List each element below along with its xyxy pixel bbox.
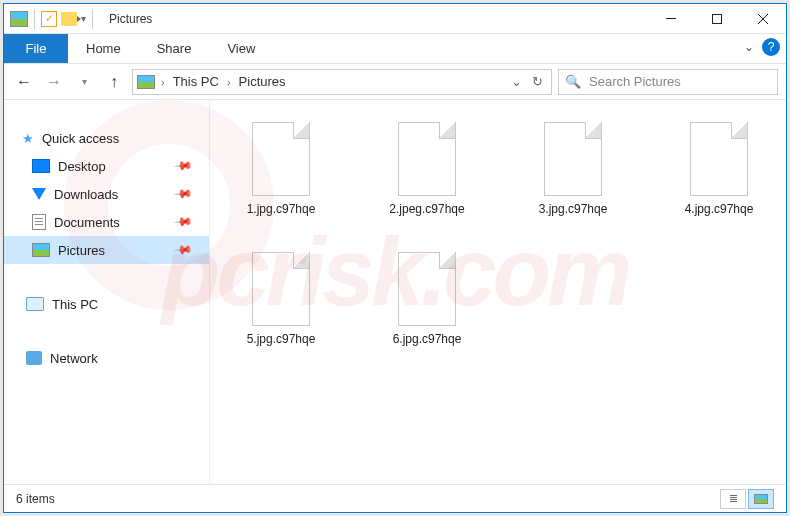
tab-share[interactable]: Share (139, 34, 210, 63)
file-name: 2.jpeg.c97hqe (389, 202, 464, 216)
navigation-pane: ★ Quick access Desktop 📌 Downloads 📌 Doc… (4, 100, 210, 484)
svg-rect-1 (713, 14, 722, 23)
close-button[interactable] (740, 4, 786, 34)
file-item[interactable]: 3.jpg.c97hqe (524, 122, 622, 216)
svg-rect-0 (666, 18, 676, 19)
file-tab[interactable]: File (4, 34, 68, 63)
downloads-icon (32, 188, 46, 200)
file-list[interactable]: 1.jpg.c97hqe 2.jpeg.c97hqe 3.jpg.c97hqe … (210, 100, 786, 484)
this-pc-icon (26, 297, 44, 311)
titlebar: ✓ ▾ Pictures (4, 4, 786, 34)
location-icon (137, 75, 155, 89)
file-icon (252, 252, 310, 326)
star-icon: ★ (22, 131, 34, 146)
file-icon (544, 122, 602, 196)
app-icon (10, 11, 28, 27)
file-icon (252, 122, 310, 196)
recent-locations-button[interactable]: ▾ (72, 70, 96, 94)
chevron-right-icon[interactable]: › (161, 76, 165, 88)
pin-icon: 📌 (173, 212, 193, 232)
qat-newfolder-icon[interactable] (61, 12, 77, 26)
address-dropdown-icon[interactable]: ⌄ (511, 74, 522, 89)
thumbnails-view-button[interactable] (748, 489, 774, 509)
network-icon (26, 351, 42, 365)
minimize-button[interactable] (648, 4, 694, 34)
address-row: ← → ▾ ↑ › This PC › Pictures ⌄ ↻ 🔍 Searc… (4, 64, 786, 100)
sidebar-item-label: Documents (54, 215, 120, 230)
sidebar-item-label: Downloads (54, 187, 118, 202)
expand-ribbon-icon[interactable]: ⌄ (744, 40, 754, 54)
item-count: 6 items (16, 492, 55, 506)
ribbon: File Home Share View ⌄ ? (4, 34, 786, 64)
desktop-icon (32, 159, 50, 173)
pin-icon: 📌 (173, 184, 193, 204)
chevron-right-icon[interactable]: › (227, 76, 231, 88)
quick-access-label: Quick access (42, 131, 119, 146)
sidebar-item-pictures[interactable]: Pictures 📌 (4, 236, 209, 264)
details-view-button[interactable]: ≣ (720, 489, 746, 509)
file-item[interactable]: 6.jpg.c97hqe (378, 252, 476, 346)
search-placeholder: Search Pictures (589, 74, 681, 89)
explorer-window: ✓ ▾ Pictures File Home Share View ⌄ ? ← … (3, 3, 787, 513)
sidebar-item-label: This PC (52, 297, 98, 312)
file-item[interactable]: 2.jpeg.c97hqe (378, 122, 476, 216)
file-icon (398, 122, 456, 196)
sidebar-item-this-pc[interactable]: This PC (4, 290, 209, 318)
file-icon (690, 122, 748, 196)
file-name: 4.jpg.c97hqe (685, 202, 754, 216)
qat-dropdown-icon[interactable]: ▾ (81, 13, 86, 24)
breadcrumb[interactable]: Pictures (237, 74, 288, 89)
sidebar-item-network[interactable]: Network (4, 344, 209, 372)
sidebar-item-desktop[interactable]: Desktop 📌 (4, 152, 209, 180)
up-button[interactable]: ↑ (102, 70, 126, 94)
sidebar-item-label: Pictures (58, 243, 105, 258)
search-icon: 🔍 (565, 74, 581, 89)
tab-view[interactable]: View (209, 34, 273, 63)
back-button[interactable]: ← (12, 70, 36, 94)
documents-icon (32, 214, 46, 230)
pictures-icon (32, 243, 50, 257)
file-item[interactable]: 4.jpg.c97hqe (670, 122, 768, 216)
sidebar-item-documents[interactable]: Documents 📌 (4, 208, 209, 236)
maximize-button[interactable] (694, 4, 740, 34)
file-name: 5.jpg.c97hqe (247, 332, 316, 346)
file-name: 3.jpg.c97hqe (539, 202, 608, 216)
status-bar: 6 items ≣ (4, 484, 786, 512)
sidebar-item-label: Desktop (58, 159, 106, 174)
sidebar-item-downloads[interactable]: Downloads 📌 (4, 180, 209, 208)
help-button[interactable]: ? (762, 38, 780, 56)
qat-properties-icon[interactable]: ✓ (41, 11, 57, 27)
window-title: Pictures (109, 12, 152, 26)
file-item[interactable]: 5.jpg.c97hqe (232, 252, 330, 346)
file-name: 1.jpg.c97hqe (247, 202, 316, 216)
forward-button[interactable]: → (42, 70, 66, 94)
file-item[interactable]: 1.jpg.c97hqe (232, 122, 330, 216)
sidebar-item-label: Network (50, 351, 98, 366)
tab-home[interactable]: Home (68, 34, 139, 63)
file-name: 6.jpg.c97hqe (393, 332, 462, 346)
quick-access[interactable]: ★ Quick access (4, 124, 209, 152)
pin-icon: 📌 (173, 240, 193, 260)
pin-icon: 📌 (173, 156, 193, 176)
refresh-button[interactable]: ↻ (532, 74, 543, 89)
address-bar[interactable]: › This PC › Pictures ⌄ ↻ (132, 69, 552, 95)
file-icon (398, 252, 456, 326)
breadcrumb[interactable]: This PC (171, 74, 221, 89)
search-input[interactable]: 🔍 Search Pictures (558, 69, 778, 95)
